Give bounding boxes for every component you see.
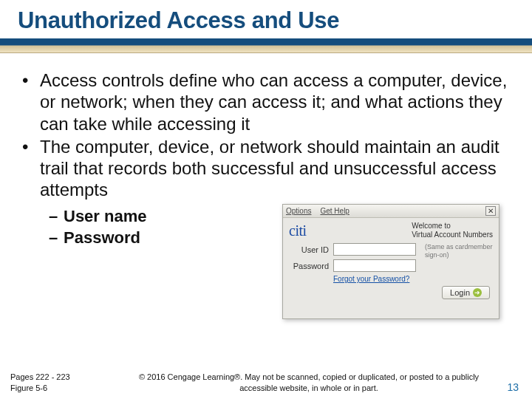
bullet-2: • The computer, device, or network shoul… [22,136,510,201]
slide-number: 13 [489,381,519,393]
dash-icon: – [49,205,64,228]
login-button[interactable]: Login ➜ [442,286,490,299]
title-area: Unauthorized Access and Use [0,0,532,34]
forgot-password-link[interactable]: Forgot your Password? [333,275,499,283]
arrow-icon: ➜ [473,288,482,297]
brand-row: citi Welcome to Virtual Account Numbers [283,218,499,240]
pages-line-1: Pages 222 - 223 [10,372,129,382]
close-icon: ✕ [488,208,494,215]
gethelp-link[interactable]: Get Help [320,207,349,215]
login-titlebar: Options Get Help ✕ [283,205,499,218]
bullet-dot-icon: • [22,69,40,134]
slide: Unauthorized Access and Use • Access con… [0,0,532,399]
login-window: Options Get Help ✕ citi Welcome to Virtu… [282,204,499,319]
login-button-row: Login ➜ [283,283,499,304]
login-button-label: Login [450,288,470,297]
footer: Pages 222 - 223 Figure 5-6 © 2016 Cengag… [0,372,532,393]
slide-title: Unauthorized Access and Use [18,7,517,34]
bullet-1: • Access controls define who can access … [22,69,510,134]
welcome-line-2: Virtual Account Numbers [412,231,493,239]
bullet-text: Access controls define who can access a … [40,69,510,134]
sub-text: User name [64,205,147,228]
password-label: Password [289,262,330,270]
sidenote-text: (Same as cardmember sign-on) [425,243,493,272]
sub-text: Password [64,227,140,249]
citi-logo: citi [289,222,307,239]
logo-text: citi [289,222,307,239]
titlebar-tabs: Options Get Help [286,207,349,215]
close-button[interactable]: ✕ [485,206,496,216]
decorative-bar [0,38,532,53]
form-fields: User ID Password [289,243,416,272]
copyright-text: © 2016 Cengage Learning®. May not be sca… [129,372,489,393]
options-link[interactable]: Options [286,207,311,215]
bullet-text: The computer, device, or network should … [40,136,510,201]
userid-label: User ID [289,245,330,254]
pages-line-2: Figure 5-6 [10,383,129,393]
bullet-dot-icon: • [22,136,40,201]
welcome-text: Welcome to Virtual Account Numbers [412,222,493,239]
form-row: User ID Password (Same as cardmember sig… [283,240,499,272]
userid-input[interactable] [333,243,416,256]
welcome-line-1: Welcome to [412,222,493,231]
page-reference: Pages 222 - 223 Figure 5-6 [10,372,129,393]
password-input[interactable] [333,259,416,272]
dash-icon: – [49,227,64,249]
